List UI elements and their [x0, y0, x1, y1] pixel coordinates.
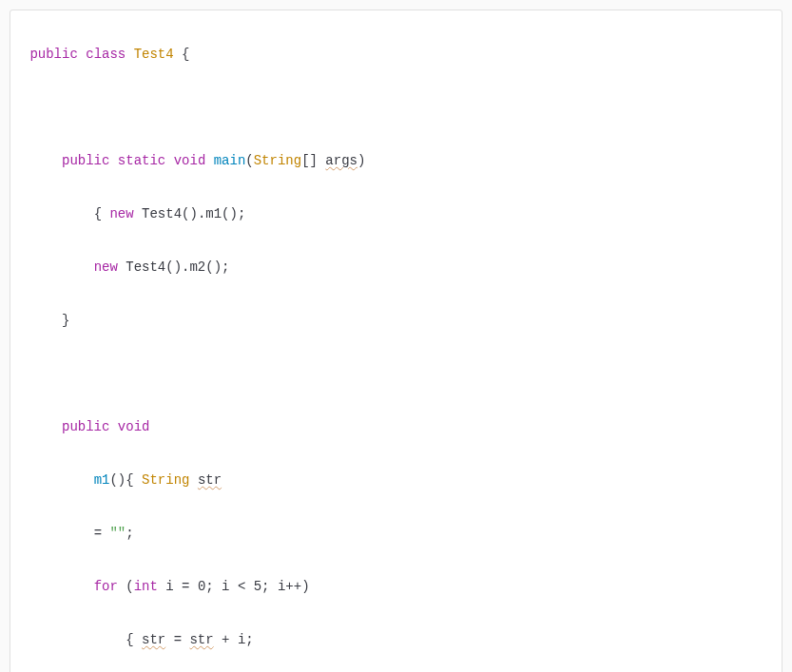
type-string: String [254, 153, 301, 168]
code-line: for (int i = 0; i < 5; i++) [10, 573, 782, 600]
method-m1: m1 [94, 472, 110, 488]
code-line: } [10, 307, 782, 334]
code-line: { str = str + i; [10, 626, 782, 653]
ctor-test4: Test4 [142, 206, 182, 221]
keyword-void: void [118, 419, 150, 434]
keyword-class: class [86, 47, 126, 62]
keyword-int: int [134, 579, 158, 594]
var-str: str [142, 632, 165, 647]
code-line: { new Test4().m1(); [10, 201, 782, 227]
code-block: public class Test4 { public static void … [10, 10, 782, 672]
brace: { [126, 632, 133, 647]
param-args: args [325, 153, 357, 168]
ctor-test4: Test4 [126, 259, 165, 275]
brace: { [182, 47, 189, 62]
keyword-static: static [118, 153, 165, 168]
brace: } [62, 313, 69, 328]
code-line: public class Test4 { [10, 41, 782, 67]
brace: { [94, 206, 102, 221]
code-line: m1(){ String str [10, 467, 782, 493]
class-name: Test4 [134, 47, 174, 62]
type-string: String [142, 472, 189, 488]
string-literal: "" [109, 526, 126, 541]
code-line: public void [10, 413, 782, 440]
code-line: public static void main(String[] args) [10, 147, 782, 174]
code-line: = ""; [10, 520, 782, 547]
keyword-new: new [109, 206, 133, 221]
code-line [10, 360, 782, 387]
method-main: main [214, 153, 246, 168]
var-str: str [189, 632, 213, 647]
code-line: new Test4().m2(); [10, 254, 782, 280]
keyword-for: for [94, 579, 118, 594]
keyword-public: public [29, 47, 77, 62]
code-line [10, 94, 782, 121]
keyword-public: public [62, 153, 109, 168]
keyword-new: new [94, 259, 118, 275]
var-str: str [198, 472, 222, 488]
keyword-public: public [62, 419, 109, 434]
keyword-void: void [174, 153, 206, 168]
